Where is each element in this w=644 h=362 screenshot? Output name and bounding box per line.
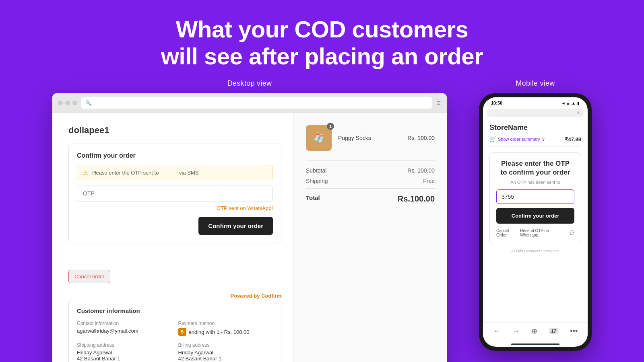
store-name: dollapee1 <box>68 125 281 136</box>
summary-link-text: Show order summary <box>498 137 540 142</box>
header-line1: What your COD customers <box>176 16 469 42</box>
browser-menu-icon[interactable]: ≡ <box>436 99 441 107</box>
mobile-screen: 10:50 ◂ ▲ ▲ ▮ ⬆ StoreName <box>483 97 588 347</box>
left-panel: dollapee1 Confirm your order ⚠ Please en… <box>52 113 294 362</box>
contact-value: agarwalhriday@ymail.com <box>77 328 172 334</box>
product-row: 🧦 1 Puggy Socks Rs. 100.00 <box>306 125 435 151</box>
browser-dots <box>58 101 77 105</box>
browser-content: dollapee1 Confirm your order ⚠ Please en… <box>52 113 447 362</box>
header-title: What your COD customers will see after p… <box>161 16 483 70</box>
location-icon: ◂ <box>562 101 564 105</box>
more-icon[interactable]: ••• <box>570 327 578 335</box>
mobile-section: Mobile view 10:50 ◂ ▲ ▲ ▮ ⬆ <box>479 79 592 351</box>
product-quantity-badge: 1 <box>327 123 334 130</box>
mobile-rights-text: All rights reserved StoreName <box>489 249 581 253</box>
battery-icon: ▮ <box>577 101 580 105</box>
footer-row: Cancel order <box>68 250 281 283</box>
cart-icon: 🛒 <box>489 136 496 142</box>
forward-icon[interactable]: → <box>512 327 519 335</box>
billing-name: Hriday Agarwal <box>178 350 273 356</box>
mobile-status-bar: 10:50 ◂ ▲ ▲ ▮ <box>483 97 588 107</box>
browser-dot-green <box>72 101 77 105</box>
resend-link-text: Resend OTP on Whatsapp <box>520 228 568 237</box>
whatsapp-icon: 💬 <box>570 230 574 235</box>
mobile-mockup: 10:50 ◂ ▲ ▲ ▮ ⬆ StoreName <box>479 93 592 351</box>
total-value: Rs.100.00 <box>398 194 435 204</box>
product-price: Rs. 100.00 <box>407 135 435 141</box>
cancel-order-button[interactable]: Cancel order <box>68 270 110 283</box>
otp-warning-text: Please enter the OTP sent to via SMS <box>91 170 198 176</box>
customer-info: Customer information Contact information… <box>68 299 281 362</box>
otp-title-line1: Please enter the OTP <box>501 160 570 167</box>
payment-icon: B <box>178 328 186 336</box>
warning-icon: ⚠ <box>83 169 88 176</box>
mobile-store-name: StoreName <box>489 123 581 132</box>
content-area: Desktop view 🔍 ≡ dollapee1 <box>0 79 644 362</box>
desktop-view-label: Desktop view <box>227 79 272 88</box>
browser-address-bar[interactable]: 🔍 <box>81 97 432 109</box>
confirm-order-button[interactable]: Confirm your order <box>198 217 273 235</box>
shipping-address: 42 Basant Bahar 1 <box>77 356 172 362</box>
chevron-down-icon: ∨ <box>542 137 545 142</box>
total-row: Total Rs.100.00 <box>306 188 435 204</box>
mobile-order-summary: 🛒 Show order summary ∨ ₹47.99 <box>489 136 581 147</box>
mobile-nav-bar: ← → ⊕ 17 ••• <box>483 322 588 341</box>
back-icon[interactable]: ← <box>493 327 500 335</box>
total-label: Total <box>306 194 320 204</box>
confirm-card: Confirm your order ⚠ Please enter the OT… <box>68 144 281 243</box>
mobile-time: 10:50 <box>491 101 502 105</box>
contact-label: Contact information <box>77 321 172 326</box>
powered-by-text: Powered by <box>231 293 260 299</box>
billing-section: Billing address Hriday Agarwal 42 Basant… <box>178 342 273 362</box>
mobile-cancel-link[interactable]: Cancel Order <box>496 228 520 237</box>
browser-toolbar: 🔍 ≡ <box>52 93 447 113</box>
shipping-section: Shipping address Hriday Agarwal 42 Basan… <box>77 342 172 362</box>
whatsapp-link[interactable]: OTP sent on WhatsApp! <box>77 205 273 211</box>
shipping-label: Shipping address <box>77 342 172 348</box>
order-divider <box>306 160 435 161</box>
wifi-icon: ▲ <box>566 101 570 105</box>
browser-dot-red <box>58 101 63 105</box>
subtotal-label: Subtotal <box>306 167 326 174</box>
signal-icon: ▲ <box>572 101 576 105</box>
browser-dot-yellow <box>65 101 70 105</box>
mobile-otp-card: Please enter the OTP to confirm your ord… <box>489 152 581 244</box>
contact-section: Contact information agarwalhriday@ymail.… <box>77 321 172 336</box>
warning-suffix: via SMS <box>179 170 198 176</box>
mobile-footer-links: Cancel Order Resend OTP on Whatsapp 💬 <box>496 228 574 237</box>
billing-address: 42 Basant Bahar 1 <box>178 356 273 362</box>
mobile-otp-subtitle: An OTP has been sent to <box>496 180 574 185</box>
mobile-confirm-order-button[interactable]: Confirm your order <box>496 208 574 224</box>
payment-label: Payment method <box>178 321 273 326</box>
home-indicator <box>511 343 559 345</box>
mobile-otp-input[interactable] <box>496 189 574 204</box>
plus-icon[interactable]: ⊕ <box>531 327 537 335</box>
show-order-summary-link[interactable]: 🛒 Show order summary ∨ <box>489 136 545 142</box>
shipping-row: Shipping Free <box>306 178 435 184</box>
tabs-count[interactable]: 17 <box>549 328 558 334</box>
header-line2: will see after placing an order <box>161 43 483 69</box>
otp-title-line2: to confirm your order <box>501 169 570 176</box>
shipping-value: Free <box>423 178 435 184</box>
otp-input[interactable] <box>77 185 273 202</box>
warning-prefix: Please enter the OTP sent to <box>91 170 159 176</box>
mobile-url-bar[interactable]: ⬆ <box>487 109 584 117</box>
codfirm-link[interactable]: Codfirm <box>261 293 281 299</box>
customer-info-title: Customer information <box>77 307 273 314</box>
browser-mockup: 🔍 ≡ dollapee1 Confirm your order ⚠ Plea <box>52 93 447 362</box>
mobile-view-label: Mobile view <box>516 79 555 88</box>
mobile-otp-title: Please enter the OTP to confirm your ord… <box>496 159 574 177</box>
payment-section: Payment method B ending with 1 - Rs. 100… <box>178 321 273 336</box>
powered-by: Powered by Codfirm <box>68 290 281 299</box>
shipping-name: Hriday Agarwal <box>77 350 172 356</box>
info-grid: Contact information agarwalhriday@ymail.… <box>77 321 273 362</box>
search-icon: 🔍 <box>85 100 91 106</box>
shipping-label: Shipping <box>306 178 328 184</box>
subtotal-value: Rs. 100.00 <box>407 167 435 174</box>
mobile-resend-link[interactable]: Resend OTP on Whatsapp 💬 <box>520 228 574 237</box>
desktop-section: Desktop view 🔍 ≡ dollapee1 <box>52 79 447 362</box>
subtotal-row: Subtotal Rs. 100.00 <box>306 167 435 174</box>
share-icon[interactable]: ⬆ <box>576 111 580 115</box>
confirm-title: Confirm your order <box>77 152 273 159</box>
btn-row: Confirm your order <box>77 217 273 235</box>
